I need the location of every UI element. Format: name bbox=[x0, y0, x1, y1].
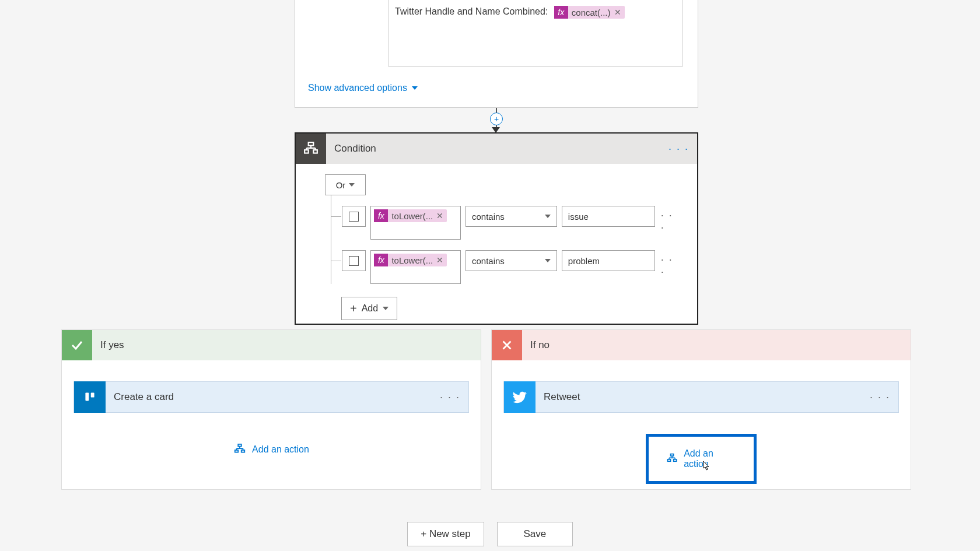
trello-icon bbox=[74, 381, 106, 413]
expression-field[interactable]: fx toLower(... ✕ bbox=[370, 250, 461, 284]
show-advanced-toggle[interactable]: Show advanced options bbox=[308, 83, 418, 93]
add-action-icon bbox=[666, 452, 678, 465]
svg-rect-11 bbox=[674, 459, 677, 461]
field-label: Twitter Handle and Name Combined: bbox=[395, 6, 548, 16]
add-action-button-no[interactable]: Add an action bbox=[646, 434, 757, 484]
operator-label: contains bbox=[472, 256, 505, 266]
expression-token-tolower[interactable]: fx toLower(... ✕ bbox=[374, 254, 447, 266]
tree-line bbox=[325, 206, 342, 240]
row-checkbox[interactable] bbox=[342, 206, 366, 227]
svg-rect-7 bbox=[235, 450, 239, 452]
show-advanced-label: Show advanced options bbox=[308, 83, 407, 93]
save-label: Save bbox=[523, 528, 546, 540]
tree-line bbox=[325, 250, 342, 284]
operator-select[interactable]: contains bbox=[466, 206, 557, 227]
condition-title: Condition bbox=[334, 143, 376, 155]
svg-rect-6 bbox=[238, 444, 242, 447]
action-title: Create a card bbox=[114, 391, 440, 403]
fx-icon: fx bbox=[374, 209, 388, 222]
token-text: toLower(... bbox=[391, 211, 433, 221]
action-retweet[interactable]: Retweet · · · bbox=[503, 381, 899, 413]
condition-card: Condition · · · Or fx toLower(... bbox=[295, 132, 698, 325]
group-operator-label: Or bbox=[336, 180, 346, 190]
condition-header[interactable]: Condition · · · bbox=[326, 134, 697, 164]
chevron-down-icon bbox=[545, 259, 551, 262]
action-title: Retweet bbox=[544, 391, 870, 403]
save-button[interactable]: Save bbox=[497, 522, 573, 546]
svg-rect-4 bbox=[85, 392, 89, 401]
group-operator-select[interactable]: Or bbox=[325, 174, 366, 195]
row-menu-icon[interactable]: · · · bbox=[661, 206, 681, 234]
if-yes-header: If yes bbox=[62, 330, 481, 360]
chevron-down-icon bbox=[412, 86, 418, 90]
if-yes-title: If yes bbox=[100, 339, 124, 351]
flow-connector: + bbox=[495, 108, 498, 132]
insert-step-button[interactable]: + bbox=[490, 113, 503, 125]
if-no-header: If no bbox=[492, 330, 911, 360]
svg-rect-5 bbox=[91, 392, 94, 397]
add-label: Add bbox=[362, 303, 378, 314]
svg-rect-2 bbox=[313, 150, 317, 153]
token-remove-icon[interactable]: ✕ bbox=[614, 8, 621, 17]
token-remove-icon[interactable]: ✕ bbox=[436, 211, 443, 220]
chevron-down-icon bbox=[349, 183, 355, 187]
if-no-branch: If no Retweet · · · Add an action bbox=[491, 329, 911, 490]
bottom-bar: + New step Save bbox=[0, 522, 980, 546]
chevron-down-icon bbox=[545, 215, 551, 218]
close-icon bbox=[492, 330, 522, 360]
condition-row: fx toLower(... ✕ contains · · · bbox=[325, 250, 681, 284]
condition-icon bbox=[296, 134, 326, 164]
value-input[interactable] bbox=[562, 250, 655, 271]
check-icon bbox=[62, 330, 92, 360]
add-action-button-yes[interactable]: Add an action bbox=[74, 443, 469, 456]
expression-field[interactable]: fx toLower(... ✕ bbox=[370, 206, 461, 240]
expression-token-tolower[interactable]: fx toLower(... ✕ bbox=[374, 209, 447, 222]
add-action-label: Add an action bbox=[684, 448, 736, 469]
plus-icon: + bbox=[350, 302, 357, 315]
condition-row: fx toLower(... ✕ contains · · · bbox=[325, 206, 681, 240]
add-action-icon bbox=[233, 443, 246, 456]
chevron-down-icon bbox=[383, 307, 388, 310]
description-field[interactable]: Twitter Handle and Name Combined: fx con… bbox=[388, 0, 682, 67]
expression-token-concat[interactable]: fx concat(...) ✕ bbox=[554, 6, 625, 19]
compose-card: Twitter Handle and Name Combined: fx con… bbox=[295, 0, 698, 108]
action-create-card[interactable]: Create a card · · · bbox=[74, 381, 469, 413]
action-menu-icon[interactable]: · · · bbox=[870, 391, 890, 403]
operator-select[interactable]: contains bbox=[466, 250, 557, 271]
svg-rect-0 bbox=[309, 142, 314, 145]
token-text: toLower(... bbox=[391, 255, 433, 265]
add-condition-button[interactable]: + Add bbox=[341, 297, 397, 320]
svg-rect-8 bbox=[242, 450, 245, 452]
new-step-button[interactable]: + New step bbox=[407, 522, 484, 546]
value-input[interactable] bbox=[562, 206, 655, 227]
svg-rect-10 bbox=[668, 459, 671, 461]
svg-rect-1 bbox=[304, 150, 309, 153]
if-yes-branch: If yes Create a card · · · bbox=[61, 329, 481, 490]
fx-icon: fx bbox=[554, 6, 568, 19]
svg-rect-9 bbox=[671, 454, 674, 456]
if-no-title: If no bbox=[530, 339, 550, 351]
twitter-icon bbox=[504, 381, 536, 413]
condition-menu-icon[interactable]: · · · bbox=[668, 143, 689, 155]
new-step-label: + New step bbox=[421, 528, 471, 540]
operator-label: contains bbox=[472, 212, 505, 222]
row-menu-icon[interactable]: · · · bbox=[661, 250, 681, 278]
row-checkbox[interactable] bbox=[342, 250, 366, 271]
add-action-label: Add an action bbox=[252, 444, 309, 455]
fx-icon: fx bbox=[374, 254, 388, 266]
token-text: concat(...) bbox=[572, 8, 611, 17]
token-remove-icon[interactable]: ✕ bbox=[436, 255, 443, 265]
action-menu-icon[interactable]: · · · bbox=[440, 391, 460, 403]
